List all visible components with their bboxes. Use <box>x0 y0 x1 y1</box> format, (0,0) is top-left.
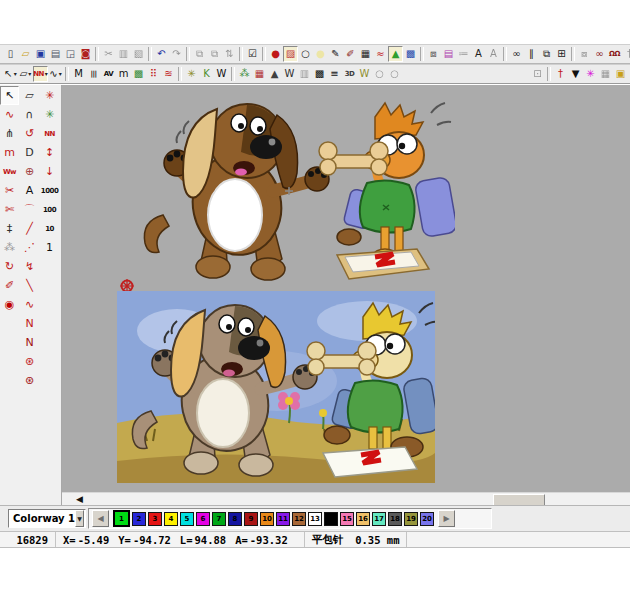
copy-button[interactable]: ▥ <box>116 46 131 62</box>
zigzag-nnn-tool[interactable]: NN <box>40 124 59 143</box>
n-bold-stitch-tool[interactable]: N <box>20 333 39 352</box>
print-button[interactable]: ▤ <box>48 46 63 62</box>
outline-fill-tool[interactable]: ○ <box>298 46 313 62</box>
stitch-hatch-green[interactable]: ▩ <box>131 66 146 82</box>
select-cursor-tool[interactable]: ↖ <box>0 86 19 105</box>
open-button[interactable]: ▱ <box>18 46 33 62</box>
color-grid-button[interactable]: ▤ <box>441 46 456 62</box>
fan-gray-tool[interactable]: ⁂ <box>0 238 19 257</box>
rotate-oval-tool[interactable]: ↻ <box>0 257 19 276</box>
palette-prev-button[interactable]: ◀ <box>92 510 109 527</box>
diag-dash-tool[interactable]: ╲ <box>20 276 39 295</box>
color-chip-7[interactable]: 7 <box>212 512 226 526</box>
zigzag-input-tool[interactable]: NN ▾ <box>33 66 48 82</box>
palette-next-button[interactable]: ▶ <box>438 510 455 527</box>
color-chip-5[interactable]: 5 <box>180 512 194 526</box>
color-chip-11[interactable]: 11 <box>276 512 290 526</box>
zigzag-arrow-tool[interactable]: ↯ <box>20 257 39 276</box>
branch-select-tool[interactable]: ⋔ <box>0 124 19 143</box>
color-chip-12[interactable]: 12 <box>292 512 306 526</box>
transform2-button[interactable]: ⧉ <box>207 46 222 62</box>
fan-tool[interactable]: ⁂ <box>237 66 252 82</box>
diag-dots-tool[interactable]: ⋰ <box>20 238 39 257</box>
undo-button[interactable]: ↶ <box>154 46 169 62</box>
oval1-tool[interactable]: ○ <box>372 66 387 82</box>
n-stitch-tool[interactable]: N <box>20 314 39 333</box>
gear-tool[interactable]: ✳ <box>184 66 199 82</box>
satin-fill-tool[interactable]: ● <box>268 46 283 62</box>
color-chip-15[interactable]: 15 <box>340 512 354 526</box>
scissors-path-tool[interactable]: ✄ <box>0 200 19 219</box>
colorway-select[interactable]: Colorway 1 ▼ <box>8 509 86 528</box>
cut-button[interactable]: ✂ <box>101 46 116 62</box>
wheel-tool[interactable]: ⊛ <box>20 371 39 390</box>
stop-hand-tool[interactable]: ◉ <box>0 295 19 314</box>
lines-tool[interactable]: ≡ <box>327 66 342 82</box>
ww-stitch-tool[interactable]: Ww <box>0 162 19 181</box>
sequence-list-button[interactable]: ≔ <box>456 46 471 62</box>
glasses-button[interactable]: ∞ <box>592 46 607 62</box>
image-arrows-button[interactable]: ⧈ <box>426 46 441 62</box>
checker-tool[interactable]: ▩ <box>312 66 327 82</box>
link4-button[interactable]: ⊞ <box>554 46 569 62</box>
grid-m-tool[interactable]: ▦ <box>252 66 267 82</box>
frame-tool[interactable]: ⊡ <box>530 66 545 82</box>
m-cursor-tool[interactable]: m <box>0 143 19 162</box>
landscape-tool[interactable]: ▲ <box>388 46 403 62</box>
pin-gray-button[interactable]: † <box>622 46 630 62</box>
oval2-tool[interactable]: ○ <box>387 66 402 82</box>
zigzag-w-tool[interactable]: ∿ <box>20 295 39 314</box>
diag-line-tool[interactable]: ╱ <box>20 219 39 238</box>
color-chip-9[interactable]: 9 <box>244 512 258 526</box>
filter-down-tool[interactable]: ▼ <box>568 66 583 82</box>
print-preview-button[interactable]: ◲ <box>63 46 78 62</box>
flower-red-tool[interactable]: ✳ <box>40 86 59 105</box>
stitch-m[interactable]: m <box>116 66 131 82</box>
flower-magenta-tool[interactable]: ✳ <box>583 66 598 82</box>
stitch-lines[interactable]: ||| <box>86 66 101 82</box>
pencil-tool[interactable]: ✎ <box>328 46 343 62</box>
save-button[interactable]: ▣ <box>33 46 48 62</box>
stitch-zigzag[interactable]: M <box>71 66 86 82</box>
pale-fill-tool[interactable]: ● <box>313 46 328 62</box>
import-image-button[interactable]: ◙ <box>78 46 93 62</box>
lettering-button[interactable]: A <box>471 46 486 62</box>
reference-image[interactable] <box>117 291 435 483</box>
color-chip-13[interactable]: 13 <box>308 512 322 526</box>
pin-yellow-tool[interactable]: ✐ <box>0 276 19 295</box>
lettering2-button[interactable]: A <box>486 46 501 62</box>
hatch-fill-tool[interactable]: ▨ <box>283 46 298 62</box>
xw-zigzag-tool[interactable]: W <box>214 66 229 82</box>
select-check-button[interactable]: ☑ <box>245 46 260 62</box>
paste-button[interactable]: ▧ <box>131 46 146 62</box>
image-tool[interactable]: ▩ <box>403 46 418 62</box>
transform-button[interactable]: ⧉ <box>192 46 207 62</box>
select-tool[interactable]: ↖ ▾ <box>3 66 18 82</box>
color-chip-1[interactable]: 1 <box>113 510 130 527</box>
link1-button[interactable]: ∞ <box>509 46 524 62</box>
color-chip-14[interactable]: 14 <box>324 512 338 526</box>
grid-gray-tool[interactable]: ▦ <box>598 66 613 82</box>
wave-fill-tool[interactable]: ≈ <box>373 46 388 62</box>
horizontal-scrollbar[interactable]: ◀ <box>62 492 630 505</box>
density-1-tool[interactable]: 1 <box>40 238 59 257</box>
wm-tool[interactable]: W <box>282 66 297 82</box>
triangle-a-tool[interactable]: ▲ <box>267 66 282 82</box>
swap-button[interactable]: ⇅ <box>222 46 237 62</box>
rotate-c-tool[interactable]: ↺ <box>20 124 39 143</box>
color-chip-8[interactable]: 8 <box>228 512 242 526</box>
chevron-down-icon[interactable]: ▼ <box>75 510 84 527</box>
color-chip-19[interactable]: 19 <box>404 512 418 526</box>
reshape-tool[interactable]: ▱ <box>20 86 39 105</box>
color-chip-17[interactable]: 17 <box>372 512 386 526</box>
arch-tool[interactable]: ∩ <box>20 105 39 124</box>
3d-tool[interactable]: 3D <box>342 66 357 82</box>
design-canvas[interactable] <box>62 85 630 492</box>
m-scissors-tool[interactable]: ✂ <box>0 181 19 200</box>
stitch-av[interactable]: AV <box>101 66 116 82</box>
arch2-tool[interactable]: ⌒ <box>20 200 39 219</box>
letter-d-tool[interactable]: D <box>20 143 39 162</box>
mirror-button[interactable]: ⧇ <box>577 46 592 62</box>
density-100-tool[interactable]: 100 <box>40 200 59 219</box>
color-chip-2[interactable]: 2 <box>132 512 146 526</box>
